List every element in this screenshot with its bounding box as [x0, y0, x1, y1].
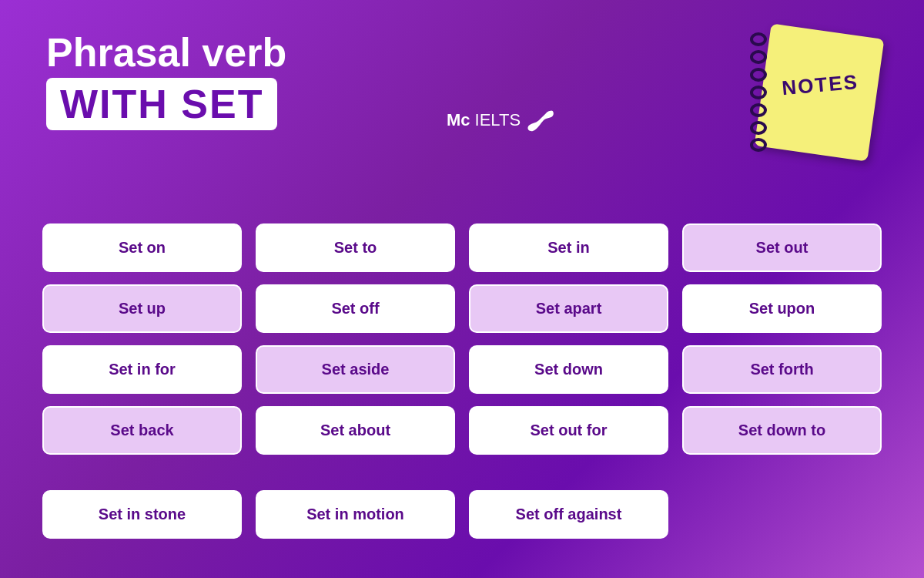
btn-set-out[interactable]: Set out — [682, 223, 882, 272]
notebook-notes-label: NOTES — [781, 69, 859, 100]
spiral-ring — [750, 103, 767, 117]
btn-set-to[interactable]: Set to — [256, 223, 455, 272]
spiral-ring — [750, 32, 767, 46]
btn-set-down[interactable]: Set down — [469, 345, 668, 394]
btn-set-apart[interactable]: Set apart — [469, 284, 668, 333]
spiral-ring — [750, 68, 767, 82]
btn-set-down-to[interactable]: Set down to — [682, 406, 882, 455]
btn-set-off[interactable]: Set off — [256, 284, 455, 333]
spiral-ring — [750, 86, 767, 99]
btn-set-in[interactable]: Set in — [469, 223, 668, 272]
notebook-decoration: NOTES — [747, 15, 878, 154]
btn-set-back[interactable]: Set back — [42, 406, 242, 455]
title-line2: WITH SET — [46, 78, 277, 130]
btn-set-out-for[interactable]: Set out for — [469, 406, 668, 455]
title-line1: Phrasal verb — [46, 31, 286, 75]
btn-set-about[interactable]: Set about — [256, 406, 455, 455]
phrasal-verbs-grid: Set onSet toSet inSet outSet upSet offSe… — [42, 223, 882, 455]
btn-set-in-motion[interactable]: Set in motion — [256, 490, 455, 539]
btn-set-aside[interactable]: Set aside — [256, 345, 455, 394]
btn-set-in-for[interactable]: Set in for — [42, 345, 242, 394]
bird-icon — [525, 108, 554, 133]
header: Phrasal verb WITH SET — [46, 31, 286, 130]
notebook-body: NOTES — [755, 23, 885, 161]
btn-set-in-stone[interactable]: Set in stone — [42, 490, 242, 539]
btn-set-up[interactable]: Set up — [42, 284, 242, 333]
brand: Mc IELTS — [447, 108, 554, 133]
btn-set-forth[interactable]: Set forth — [682, 345, 882, 394]
brand-ielts: IELTS — [475, 110, 521, 130]
btn-set-off-against[interactable]: Set off against — [469, 490, 668, 539]
btn-set-on[interactable]: Set on — [42, 223, 242, 272]
spiral-ring — [750, 121, 767, 135]
spiral-ring — [750, 138, 767, 152]
phrasal-verbs-last-row: Set in stoneSet in motionSet off against — [42, 490, 882, 539]
spiral-ring — [750, 50, 767, 64]
brand-mc: Mc — [447, 110, 470, 130]
btn-set-upon[interactable]: Set upon — [682, 284, 882, 333]
notebook-spiral — [747, 31, 770, 154]
